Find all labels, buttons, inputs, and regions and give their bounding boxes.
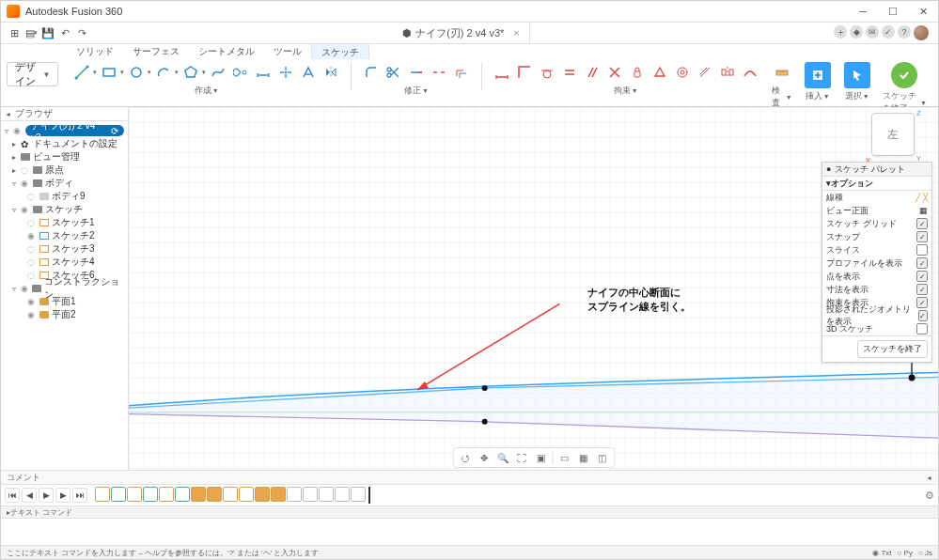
- timeline-play-button[interactable]: ▶: [39, 488, 54, 503]
- redo-icon[interactable]: ↷: [76, 27, 87, 39]
- mirror-tool-icon[interactable]: [321, 62, 341, 83]
- dimension-tool-icon[interactable]: [253, 62, 274, 83]
- tree-sketch-item[interactable]: ◉スケッチ2: [1, 229, 128, 242]
- tree-bodies[interactable]: ▿◉ボディ: [1, 177, 128, 190]
- tree-construction[interactable]: ▿◉コンストラクション: [1, 282, 128, 295]
- equal-constraint-icon[interactable]: [559, 62, 580, 83]
- timeline-fwd-button[interactable]: ▶: [55, 488, 70, 503]
- palette-row-grid[interactable]: スケッチ グリッド: [822, 217, 931, 230]
- help-icon[interactable]: ?: [898, 25, 911, 39]
- arc-tool-icon[interactable]: [153, 62, 174, 83]
- tab-surface[interactable]: サーフェス: [123, 43, 189, 60]
- grid-settings-icon[interactable]: ▦: [575, 451, 590, 464]
- palette-row-snap[interactable]: スナップ: [822, 230, 931, 243]
- extend-tool-icon[interactable]: [406, 62, 427, 83]
- file-menu-icon[interactable]: ▤▾: [25, 27, 37, 39]
- midpoint-constraint-icon[interactable]: [649, 62, 670, 83]
- save-icon[interactable]: 💾: [42, 27, 54, 39]
- text-tool-icon[interactable]: [298, 62, 319, 83]
- palette-finish-button[interactable]: スケッチを終了: [857, 340, 928, 358]
- symmetry-constraint-icon[interactable]: [717, 62, 738, 83]
- slot-tool-icon[interactable]: [230, 62, 251, 83]
- rectangle-tool-icon[interactable]: [99, 62, 119, 83]
- sketch-palette[interactable]: ● スケッチ パレット ▾ オプション 線種╱ ╳ ビュー正面▦ スケッチ グリ…: [822, 162, 932, 363]
- lang-txt[interactable]: ◉ Txt: [872, 549, 891, 557]
- zoom-icon[interactable]: 🔍: [495, 451, 510, 464]
- perpendicular-constraint-icon[interactable]: [604, 62, 625, 83]
- data-panel-icon[interactable]: ⊞: [8, 27, 20, 39]
- measure-tool-icon[interactable]: [772, 62, 792, 83]
- tab-solid[interactable]: ソリッド: [67, 43, 123, 60]
- collinear-constraint-icon[interactable]: [695, 62, 715, 83]
- account-avatar-icon[interactable]: [914, 25, 929, 40]
- palette-row-linetype[interactable]: 線種╱ ╳: [822, 191, 931, 204]
- zoom-window-icon[interactable]: ⛶: [514, 451, 529, 464]
- tab-tools[interactable]: ツール: [264, 43, 311, 60]
- polygon-tool-icon[interactable]: [180, 62, 201, 83]
- curvature-constraint-icon[interactable]: [740, 62, 760, 83]
- ribbon-group-select: 選択▼: [837, 62, 877, 102]
- palette-row-profile[interactable]: プロファイルを表示: [822, 257, 931, 270]
- fix-constraint-icon[interactable]: [627, 62, 648, 83]
- timeline-end-button[interactable]: ⏭: [72, 488, 87, 503]
- tree-plane-item[interactable]: ◉平面2: [1, 308, 128, 321]
- timeline-back-button[interactable]: ◀: [22, 488, 37, 503]
- canvas-viewport[interactable]: Z Y X 左: [129, 107, 938, 470]
- extensions-icon[interactable]: ◆: [850, 25, 863, 39]
- palette-row-slice[interactable]: スライス: [822, 243, 931, 257]
- tree-doc-settings[interactable]: ▸✿ドキュメントの設定: [1, 137, 128, 150]
- timeline-start-button[interactable]: ⏮: [5, 488, 20, 503]
- finish-sketch-button[interactable]: [891, 62, 917, 88]
- tangent-constraint-icon[interactable]: [537, 62, 557, 83]
- fillet-tool-icon[interactable]: [361, 62, 382, 83]
- lang-js[interactable]: ○ Js: [918, 549, 932, 557]
- undo-icon[interactable]: ↶: [59, 27, 70, 39]
- tree-views[interactable]: ▸ビュー管理: [1, 150, 128, 163]
- job-status-icon[interactable]: ✓: [882, 25, 895, 39]
- window-close-button[interactable]: ✕: [908, 1, 938, 22]
- fit-point-tool-icon[interactable]: [275, 62, 296, 83]
- svg-marker-17: [129, 377, 938, 439]
- palette-options-header[interactable]: ▾ オプション: [822, 177, 931, 191]
- viewport-icon[interactable]: ◫: [594, 451, 609, 464]
- coincident-constraint-icon[interactable]: [514, 62, 535, 83]
- horizontal-constraint-icon[interactable]: [492, 62, 512, 83]
- display-settings-icon[interactable]: ▭: [556, 451, 571, 464]
- pan-icon[interactable]: ✥: [477, 451, 492, 464]
- palette-row-lookat[interactable]: ビュー正面▦: [822, 204, 931, 217]
- break-tool-icon[interactable]: [429, 62, 449, 83]
- trim-tool-icon[interactable]: [383, 62, 404, 83]
- lang-py[interactable]: ○ Py: [898, 549, 913, 557]
- line-tool-icon[interactable]: [71, 62, 92, 83]
- tab-sheetmetal[interactable]: シートメタル: [189, 43, 264, 60]
- parallel-constraint-icon[interactable]: [582, 62, 603, 83]
- palette-row-dims[interactable]: 寸法を表示: [822, 283, 931, 296]
- document-tab[interactable]: ⬢ ナイフ(刃) 2 v4 v3* ×: [393, 23, 530, 43]
- concentric-constraint-icon[interactable]: [672, 62, 693, 83]
- tree-sketch-item[interactable]: ◌スケッチ1: [1, 216, 128, 229]
- text-command-header[interactable]: ▸ テキスト コマンド: [1, 506, 938, 518]
- window-minimize-button[interactable]: ─: [848, 1, 878, 22]
- workspace-switcher[interactable]: デザイン▼: [7, 62, 58, 86]
- orbit-icon[interactable]: ⭯: [458, 451, 473, 464]
- tree-root[interactable]: ▿◉ ナイフ(刃) 2 v4 v3 ⟳: [1, 124, 128, 137]
- tree-sketches[interactable]: ▿◉スケッチ: [1, 203, 128, 216]
- tree-body-item[interactable]: ◌ボディ9: [1, 190, 128, 203]
- tab-sketch[interactable]: スケッチ: [311, 43, 369, 61]
- fit-icon[interactable]: ▣: [533, 451, 548, 464]
- notifications-icon[interactable]: ✉: [866, 25, 879, 39]
- new-tab-button[interactable]: ＋: [834, 25, 847, 39]
- window-maximize-button[interactable]: ☐: [878, 1, 908, 22]
- insert-button[interactable]: [805, 62, 831, 88]
- offset-tool-icon[interactable]: [451, 62, 472, 83]
- palette-row-points[interactable]: 点を表示: [822, 270, 931, 283]
- select-button[interactable]: [844, 62, 870, 88]
- tree-origin[interactable]: ▸◌原点: [1, 163, 128, 177]
- document-tab-close[interactable]: ×: [513, 27, 519, 39]
- tree-sketch-item[interactable]: ◌スケッチ3: [1, 242, 128, 256]
- spline-tool-icon[interactable]: [208, 62, 228, 83]
- tree-sketch-item[interactable]: ◌スケッチ4: [1, 256, 128, 269]
- circle-tool-icon[interactable]: [126, 62, 147, 83]
- palette-header[interactable]: ● スケッチ パレット: [822, 163, 931, 177]
- palette-row-proj[interactable]: 投影されたジオメトリを表示: [822, 309, 931, 322]
